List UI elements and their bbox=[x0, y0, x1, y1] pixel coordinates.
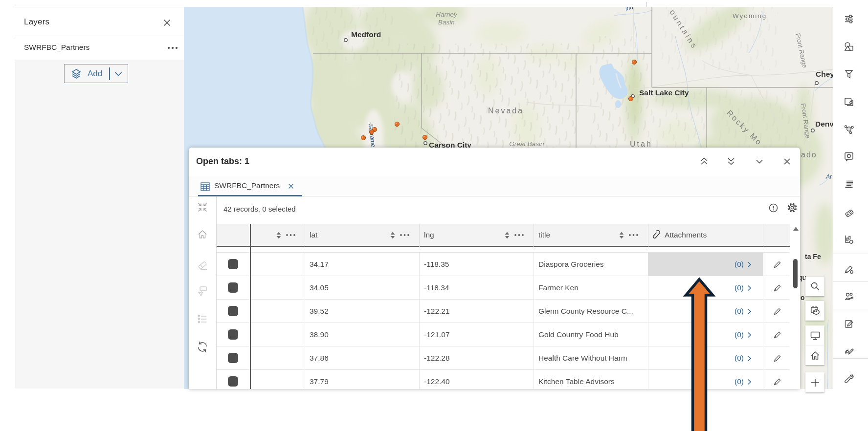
svg-text:ado: ado bbox=[801, 151, 817, 159]
svg-text:Chey: Chey bbox=[816, 70, 833, 78]
svg-text:ta Fe: ta Fe bbox=[805, 253, 821, 260]
svg-text:Denve: Denve bbox=[815, 120, 833, 128]
svg-text:Utah: Utah bbox=[630, 140, 652, 148]
svg-text:Wyoming: Wyoming bbox=[733, 12, 767, 20]
svg-text:Harney: Harney bbox=[436, 11, 458, 18]
svg-text:Ar: Ar bbox=[825, 173, 832, 180]
svg-text:Salt Lake City: Salt Lake City bbox=[639, 88, 689, 97]
svg-text:o: o bbox=[801, 294, 805, 302]
svg-text:Medford: Medford bbox=[351, 30, 381, 39]
svg-text:Basin: Basin bbox=[438, 19, 455, 26]
svg-text:Nevada: Nevada bbox=[488, 107, 524, 115]
svg-text:Great Basin: Great Basin bbox=[509, 140, 544, 148]
